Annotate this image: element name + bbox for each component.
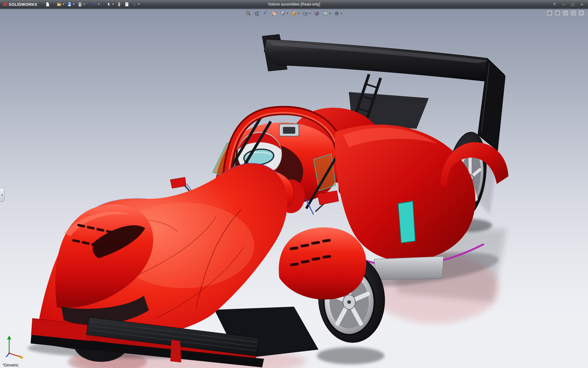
front-right-fender[interactable] [279,228,366,300]
undo-button[interactable] [91,1,100,8]
dropdown-caret [341,13,342,14]
save-button[interactable] [66,1,76,8]
graphics-viewport[interactable]: ⊞ ⊟ – □ × ◂ *Dimetric [0,9,588,368]
file-properties-button[interactable] [123,1,130,8]
zoom-to-area-icon [254,11,260,16]
options-gear-icon [132,2,137,7]
orientation-triad [4,334,29,362]
document-title: Voiture assomblee [Read-only] [268,0,320,9]
open-button[interactable] [56,1,65,8]
help-button[interactable]: ? [551,1,557,7]
sill-panel [374,256,443,280]
left-mirror [170,177,186,188]
x-axis-arrow [19,355,24,359]
open-folder-icon [57,2,62,7]
zoom-to-area-button[interactable] [254,10,261,17]
logo-mark: 3S [2,2,7,7]
dropdown-caret [73,4,75,5]
solidworks-window: 3S SOLIDWORKS [0,0,588,368]
edit-appearance-button[interactable] [313,10,321,17]
solidworks-logo: 3S SOLIDWORKS [0,2,41,7]
cascade-window-button[interactable]: ⊟ [555,10,560,16]
dropdown-caret [309,13,311,14]
feature-manager-collapse-tab[interactable]: ◂ [0,188,4,202]
previous-view-button[interactable] [262,10,270,17]
window-controls: ? – □ × [551,1,588,7]
view-orientation-cube-icon [280,11,286,16]
maximize-button[interactable]: □ [570,1,576,7]
select-cursor-icon [106,2,111,7]
3d-model-scene[interactable] [0,9,588,368]
y-axis-arrow [7,335,11,339]
display-style-button[interactable] [291,10,301,17]
restore-document-button[interactable]: □ [571,10,576,16]
dropdown-caret [62,4,64,5]
print-icon [77,2,82,7]
toolbar-separator [88,2,89,7]
hide-show-glasses-icon [303,11,308,16]
section-view-button[interactable] [271,10,278,17]
options-button[interactable] [131,1,141,8]
toolbar-separator [103,2,103,7]
rebuild-traffic-light-icon [117,2,122,7]
dropdown-caret [329,13,331,14]
new-document-button[interactable] [44,1,51,8]
close-document-button[interactable]: × [579,10,584,16]
previous-view-icon [263,11,269,16]
apply-scene-button[interactable] [322,10,332,17]
side-window-cyan [398,201,415,243]
new-document-icon [45,2,50,7]
print-button[interactable] [77,1,86,8]
rebuild-button[interactable] [116,1,123,8]
dropdown-caret [298,13,300,14]
nose-pylon [170,340,181,362]
section-view-icon [272,11,277,16]
close-button[interactable]: × [579,1,585,7]
tile-window-button[interactable]: ⊞ [547,10,552,16]
dropdown-caret [98,4,100,5]
view-settings-icon [334,11,340,16]
title-bar: 3S SOLIDWORKS [0,0,588,9]
main-toolbar [44,1,141,8]
toolbar-separator [53,2,54,7]
undo-arrow-icon [92,2,97,7]
minimize-document-button[interactable]: – [563,10,568,16]
heads-up-view-toolbar [245,10,343,17]
select-button[interactable] [105,1,115,8]
view-settings-button[interactable] [333,10,343,17]
view-orientation-button[interactable] [279,10,289,17]
apply-scene-icon [323,11,328,16]
appearance-sphere-icon [314,11,320,16]
zoom-to-fit-button[interactable] [245,10,252,17]
file-properties-icon [124,2,129,7]
save-disk-icon [67,2,72,7]
document-window-controls: ⊞ ⊟ – □ × [547,10,584,16]
dropdown-caret [287,13,288,14]
dropdown-caret [138,4,140,5]
minimize-button[interactable]: – [560,1,567,7]
zoom-to-fit-icon [246,11,251,16]
hide-show-items-button[interactable] [302,10,312,17]
display-style-icon [292,11,297,16]
view-orientation-label: *Dimetric [2,363,19,367]
logo-text: SOLIDWORKS [9,2,37,7]
dropdown-caret [83,4,85,5]
dropdown-caret [112,4,114,5]
